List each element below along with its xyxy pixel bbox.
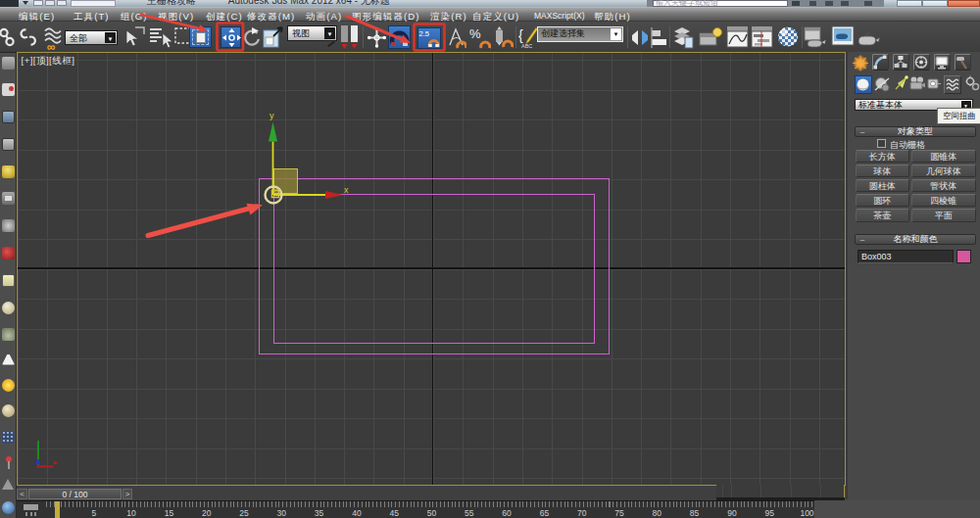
svg-text:%: %: [469, 26, 481, 41]
svg-text:ABC: ABC: [521, 43, 532, 49]
svg-text:x: x: [344, 184, 349, 194]
svg-text:2.5: 2.5: [419, 29, 429, 38]
svg-text:{: {: [518, 27, 523, 43]
svg-text:y: y: [270, 111, 274, 120]
